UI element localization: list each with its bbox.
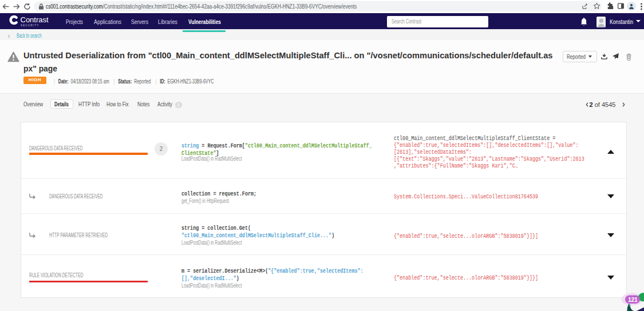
svg-text:121: 121 [628, 296, 638, 303]
